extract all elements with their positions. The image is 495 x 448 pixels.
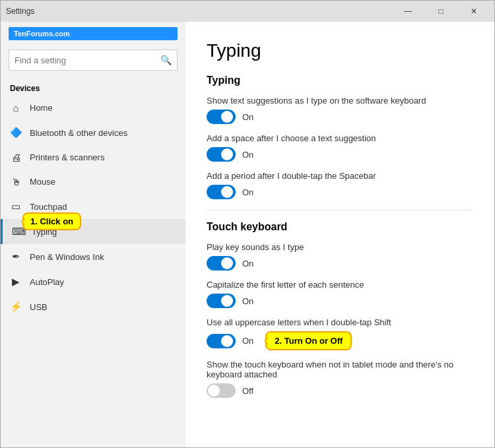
setting-label-add-period: Add a period after I double-tap the Spac…	[207, 171, 473, 181]
sidebar-item-home[interactable]: ⌂ Home	[1, 96, 185, 120]
setting-label-add-space: Add a space after I choose a text sugges…	[207, 133, 473, 143]
toggle-show-touch-keyboard[interactable]	[207, 383, 236, 398]
mouse-icon: 🖱	[10, 176, 22, 187]
search-box[interactable]: 🔍	[9, 49, 178, 71]
toggle-key-sounds[interactable]	[207, 256, 236, 271]
titlebar-controls: — □ ✕	[393, 1, 489, 22]
usb-icon: ⚡	[10, 301, 22, 313]
pen-icon: ✒	[10, 251, 22, 263]
maximize-button[interactable]: □	[426, 1, 456, 22]
setting-capitalize: Capitalize the first letter of each sent…	[207, 280, 473, 308]
setting-key-sounds: Play key sounds as I type On	[207, 242, 473, 271]
section-title-typing: Typing	[207, 75, 473, 86]
sidebar-item-label: Pen & Windows Ink	[30, 252, 104, 262]
toggle-thumb	[221, 111, 233, 123]
sidebar: TenForums.com 🔍 Devices ⌂ Home 🔷 Bluetoo…	[1, 22, 185, 447]
sidebar-item-label: Home	[30, 103, 53, 113]
callout-2-container: On 2. Turn On or Off	[207, 331, 473, 350]
toggle-thumb	[221, 335, 233, 347]
toggle-thumb	[221, 295, 233, 307]
toggle-uppercase-shift[interactable]	[207, 334, 236, 348]
setting-uppercase-shift: Use all uppercase letters when I double-…	[207, 317, 473, 350]
setting-label-capitalize: Capitalize the first letter of each sent…	[207, 280, 473, 290]
titlebar: Settings — □ ✕	[1, 1, 494, 22]
toggle-row-add-period: On	[207, 185, 473, 199]
setting-label-text-suggestions: Show text suggestions as I type on the s…	[207, 96, 473, 106]
keyboard-icon: ⌨	[12, 226, 24, 238]
sidebar-item-label: AutoPlay	[30, 277, 64, 287]
sidebar-section-title: Devices	[1, 79, 185, 96]
logo-area: TenForums.com	[1, 22, 185, 46]
toggle-thumb	[208, 385, 220, 397]
sidebar-item-bluetooth[interactable]: 🔷 Bluetooth & other devices	[1, 120, 185, 145]
toggle-add-space[interactable]	[207, 147, 236, 162]
setting-label-uppercase-shift: Use all uppercase letters when I double-…	[207, 317, 473, 327]
toggle-row-add-space: On	[207, 147, 473, 162]
callout-2-bubble: 2. Turn On or Off	[265, 331, 352, 350]
sidebar-item-label: USB	[30, 302, 48, 312]
sidebar-item-autoplay[interactable]: ▶ AutoPlay	[1, 269, 185, 294]
sidebar-item-typing[interactable]: ⌨ Typing 1. Click on	[1, 219, 185, 244]
forum-logo: TenForums.com	[9, 27, 178, 40]
sidebar-item-usb[interactable]: ⚡ USB	[1, 294, 185, 319]
section-divider	[207, 210, 473, 210]
callout-1-bubble: 1. Click on	[22, 212, 81, 230]
sidebar-item-label: Mouse	[30, 177, 55, 187]
sidebar-item-label: Printers & scanners	[30, 152, 104, 162]
settings-window: Settings — □ ✕ TenForums.com 🔍 Devices ⌂	[0, 0, 495, 448]
sidebar-item-printers[interactable]: 🖨 Printers & scanners	[1, 145, 185, 170]
close-button[interactable]: ✕	[459, 1, 489, 22]
toggle-thumb	[221, 148, 233, 160]
setting-label-show-touch-keyboard: Show the touch keyboard when not in tabl…	[207, 360, 473, 379]
page-title: Typing	[207, 40, 473, 61]
section-title-touch-keyboard: Touch keyboard	[207, 221, 473, 233]
setting-add-space: Add a space after I choose a text sugges…	[207, 133, 473, 162]
setting-add-period: Add a period after I double-tap the Spac…	[207, 171, 473, 199]
sidebar-item-pen[interactable]: ✒ Pen & Windows Ink	[1, 244, 185, 269]
search-input[interactable]	[9, 55, 155, 65]
sidebar-item-mouse[interactable]: 🖱 Mouse	[1, 170, 185, 194]
content-area: TenForums.com 🔍 Devices ⌂ Home 🔷 Bluetoo…	[1, 22, 494, 447]
setting-text-suggestions: Show text suggestions as I type on the s…	[207, 96, 473, 124]
toggle-thumb	[221, 257, 233, 269]
touchpad-icon: ▭	[10, 201, 22, 212]
toggle-row-show-touch-keyboard: Off	[207, 383, 473, 398]
toggle-label-key-sounds: On	[242, 259, 253, 269]
toggle-label-text-suggestions: On	[242, 112, 253, 122]
minimize-button[interactable]: —	[393, 1, 423, 22]
toggle-add-period[interactable]	[207, 185, 236, 199]
bluetooth-icon: 🔷	[10, 127, 22, 139]
toggle-text-suggestions[interactable]	[207, 110, 236, 124]
home-icon: ⌂	[10, 102, 22, 113]
titlebar-title: Settings	[6, 7, 34, 16]
toggle-row-capitalize: On	[207, 294, 473, 308]
search-icon: 🔍	[155, 55, 177, 65]
main-panel: Typing Typing Show text suggestions as I…	[185, 22, 494, 447]
toggle-capitalize[interactable]	[207, 294, 236, 308]
toggle-label-capitalize: On	[242, 296, 253, 306]
sidebar-item-label: Bluetooth & other devices	[30, 128, 127, 138]
setting-label-key-sounds: Play key sounds as I type	[207, 242, 473, 252]
toggle-label-add-space: On	[242, 150, 253, 160]
toggle-label-uppercase-shift: On	[242, 336, 253, 346]
toggle-label-add-period: On	[242, 187, 253, 197]
printer-icon: 🖨	[10, 152, 22, 163]
autoplay-icon: ▶	[10, 276, 22, 288]
toggle-thumb	[221, 186, 233, 198]
sidebar-item-label: Touchpad	[30, 202, 67, 212]
toggle-row-text-suggestions: On	[207, 110, 473, 124]
toggle-row-key-sounds: On	[207, 256, 473, 271]
toggle-label-show-touch-keyboard: Off	[242, 386, 253, 396]
setting-show-touch-keyboard: Show the touch keyboard when not in tabl…	[207, 360, 473, 398]
